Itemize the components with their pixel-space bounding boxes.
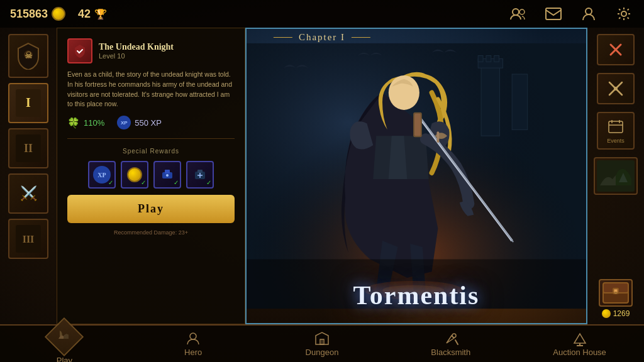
close-button[interactable] <box>597 34 635 65</box>
nav-hero-label: Hero <box>184 348 202 357</box>
reward-item-3: ✓ <box>153 161 181 189</box>
small-coin-icon <box>602 309 611 318</box>
main-content: The Undead Knight Level 10 Even as a chi… <box>57 28 587 324</box>
nav-dungeon-label: Dungeon <box>306 348 339 357</box>
chest-area: 1269 <box>599 279 633 318</box>
trophy-count: 42 <box>78 8 91 21</box>
mail-icon[interactable] <box>543 4 564 24</box>
nav-hero-icon <box>184 331 203 346</box>
svg-point-3 <box>586 8 592 14</box>
chest-coins: 1269 <box>602 309 630 318</box>
settings-icon[interactable] <box>614 4 634 24</box>
profile-icon[interactable] <box>579 4 599 24</box>
svg-rect-26 <box>486 56 491 62</box>
group-icon[interactable] <box>508 4 528 24</box>
nav-item-play[interactable]: Play <box>0 326 129 362</box>
svg-point-42 <box>614 87 618 90</box>
nav-blacksmith-icon <box>441 331 460 346</box>
sidebar-crossed-swords[interactable] <box>597 73 635 104</box>
svg-rect-34 <box>414 114 421 136</box>
sidebar-top-icon[interactable]: ☠ <box>8 34 48 78</box>
svg-rect-43 <box>609 121 623 133</box>
reward-coin-icon <box>127 167 142 182</box>
svg-text:II: II <box>24 142 33 155</box>
nav-item-hero[interactable]: Hero <box>129 326 258 362</box>
svg-rect-25 <box>478 56 483 62</box>
reward-check-2: ✓ <box>141 179 146 186</box>
nav-item-dungeon[interactable]: Dungeon <box>258 326 387 362</box>
top-bar-left: 515863 42 🏆 <box>10 7 106 21</box>
nav-play-label: Play <box>57 356 72 363</box>
rewards-row: XP ✓ ✓ ✓ <box>67 161 235 189</box>
map-button[interactable] <box>594 157 638 195</box>
chapter-label: Chapter I <box>299 32 345 42</box>
quest-title-block: The Undead Knight Level 10 <box>99 42 174 60</box>
quest-stats: 🍀 110% XP 550 XP <box>67 116 235 129</box>
svg-text:III: III <box>23 234 35 244</box>
svg-point-15 <box>166 174 169 177</box>
nav-auction-icon <box>570 331 589 346</box>
luck-value: 110% <box>84 118 104 128</box>
chest-button[interactable] <box>599 279 633 307</box>
svg-text:☠: ☠ <box>25 51 33 60</box>
svg-rect-14 <box>165 170 170 173</box>
chest-coin-count: 1269 <box>613 309 630 318</box>
coin-icon <box>52 7 65 21</box>
svg-rect-23 <box>481 62 499 136</box>
reward-check-1: ✓ <box>108 179 113 186</box>
gold-amount: 515863 <box>10 8 48 21</box>
svg-point-4 <box>621 11 626 16</box>
nav-auction-label: Auction House <box>553 348 606 357</box>
game-title: Tormentis <box>353 280 480 310</box>
nav-item-blacksmith[interactable]: Blacksmith <box>386 326 515 362</box>
reward-coin: ✓ <box>121 161 148 189</box>
events-label: Events <box>607 138 625 144</box>
svg-point-57 <box>452 334 456 337</box>
gold-currency: 515863 <box>10 7 65 21</box>
sidebar-level-3[interactable]: III <box>8 219 48 259</box>
sidebar-level-2[interactable]: II <box>8 128 48 168</box>
top-bar: 515863 42 🏆 <box>0 0 644 28</box>
trophy-currency: 42 🏆 <box>78 8 106 21</box>
right-sidebar: Events 1269 <box>587 28 644 324</box>
svg-rect-53 <box>614 292 617 294</box>
svg-point-0 <box>513 9 519 15</box>
svg-rect-28 <box>512 74 528 129</box>
reward-check-4: ✓ <box>206 179 211 186</box>
trophy-icon: 🏆 <box>94 8 106 19</box>
reward-xp: XP ✓ <box>88 161 116 189</box>
bottom-nav: Play Hero Dungeon <box>0 324 644 362</box>
recommended-text: Recommended Damage: 23+ <box>67 229 235 236</box>
svg-rect-17 <box>197 170 203 173</box>
xp-value: 550 XP <box>135 118 162 128</box>
events-button[interactable]: Events <box>597 112 635 150</box>
nav-play-diamond <box>45 317 84 356</box>
reward-check-3: ✓ <box>174 179 179 186</box>
svg-rect-2 <box>546 8 561 19</box>
divider-1 <box>67 138 235 139</box>
quest-icon <box>67 38 92 63</box>
knight-illustration <box>247 29 586 323</box>
svg-rect-32 <box>436 131 439 143</box>
stat-xp: XP 550 XP <box>117 116 162 129</box>
nav-blacksmith-label: Blacksmith <box>431 348 470 357</box>
svg-rect-27 <box>494 56 499 62</box>
sidebar-sword[interactable]: ⚔️ <box>8 173 48 214</box>
stat-luck: 🍀 110% <box>67 117 104 129</box>
sidebar-level-1[interactable]: I <box>8 83 48 123</box>
quest-description: Even as a child, the story of the undead… <box>67 70 235 109</box>
reward-item-4: ✓ <box>186 161 214 189</box>
svg-text:I: I <box>26 96 31 109</box>
quest-header: The Undead Knight Level 10 <box>67 38 235 63</box>
top-bar-right <box>508 4 634 24</box>
nav-item-auction-house[interactable]: Auction House <box>515 326 644 362</box>
play-button[interactable]: Play <box>67 195 235 223</box>
left-sidebar: ☠ I II ⚔️ III <box>0 28 57 324</box>
quest-name: The Undead Knight <box>99 42 174 52</box>
xp-badge: XP <box>117 116 131 129</box>
chapter-image-area: Tormentis <box>245 28 587 324</box>
quest-panel: The Undead Knight Level 10 Even as a chi… <box>57 28 245 324</box>
chapter-title-bar: Chapter I <box>274 28 370 47</box>
svg-point-54 <box>190 333 196 339</box>
quest-level: Level 10 <box>99 52 174 60</box>
